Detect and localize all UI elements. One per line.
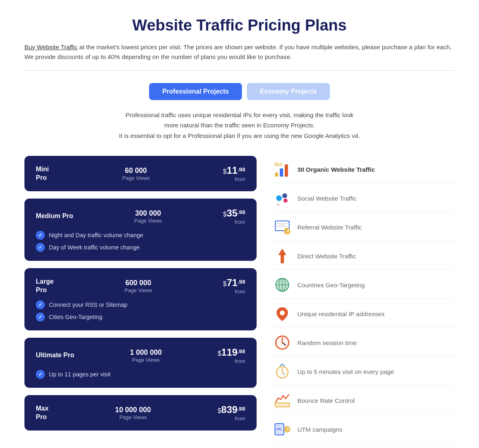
feature-row-bounce: Bounce Rate Control: [273, 387, 455, 414]
feature-label: Connect your RSS or Sitemap: [49, 302, 127, 308]
price-from: from: [223, 288, 245, 295]
plan-views: 1 000 000 Page Views: [130, 348, 162, 363]
plan-card-mini-pro[interactable]: MiniPro 60 000 Page Views $11.98 from: [24, 156, 257, 191]
price-from: from: [223, 219, 245, 225]
svg-rect-0: [275, 173, 278, 177]
plan-card-ultimate-pro[interactable]: Ultimate Pro 1 000 000 Page Views $119.9…: [24, 338, 257, 388]
feature-row-ip: Unique residential IP addresses: [273, 300, 455, 328]
tab-economy[interactable]: Economy Projects: [247, 83, 330, 100]
price-main: 11: [226, 165, 237, 176]
feature-text-geo: Countries Geo-Targeting: [297, 282, 365, 288]
svg-text:↗: ↗: [286, 228, 290, 234]
intro-text: Buy Website Traffic at the market's lowe…: [24, 42, 455, 62]
plan-feature-item: Cities Geo-Targeting: [36, 313, 245, 321]
feature-text-referral: Referral Website Traffic: [297, 224, 362, 231]
tab-group: Professional Projects Economy Projects: [24, 83, 455, 100]
plan-header: LargePro 600 000 Page Views $71.98 from: [36, 277, 245, 295]
feature-icon-geo: [273, 275, 292, 294]
plan-features-ultimate-pro: Up to 11 pages per visit: [36, 370, 245, 379]
svg-text:SEO: SEO: [274, 162, 283, 167]
feature-text-session: Random session time: [297, 339, 357, 346]
plan-feature-item: Connect your RSS or Sitemap: [36, 300, 245, 309]
plan-name: Ultimate Pro: [36, 351, 74, 360]
plan-feature-item: Night and Day traffic volume change: [36, 231, 245, 240]
svg-point-4: [276, 195, 282, 201]
svg-text:URL: URL: [276, 428, 282, 431]
svg-marker-15: [278, 249, 286, 263]
plan-features-large-pro: Connect your RSS or Sitemap Cities Geo-T…: [36, 300, 245, 321]
svg-point-26: [281, 342, 283, 343]
plan-card-medium-pro[interactable]: Medium Pro 300 000 Page Views $35.98 fro…: [24, 199, 257, 261]
plan-views: 60 000 Page Views: [122, 166, 149, 181]
feature-icon-organic: SEO: [273, 160, 292, 179]
views-number: 10 000 000: [115, 406, 151, 414]
feature-text-utm: UTM campaigns: [297, 426, 343, 433]
plan-price: $11.98 from: [223, 165, 245, 182]
feature-text-organic: 30 Organic Website Traffic: [297, 166, 375, 173]
feature-row-session: Random session time: [273, 329, 455, 356]
views-label: Page Views: [130, 357, 162, 363]
plan-views: 600 000 Page Views: [125, 279, 152, 293]
feature-row-geo: Countries Geo-Targeting: [273, 271, 455, 299]
feature-icon-bounce: [273, 391, 292, 410]
feature-label: Night and Day traffic volume change: [49, 232, 143, 238]
plan-name: MiniPro: [36, 165, 49, 182]
check-icon: [36, 370, 45, 379]
buy-traffic-link[interactable]: Buy Website Traffic: [24, 44, 77, 50]
plan-header: Medium Pro 300 000 Page Views $35.98 fro…: [36, 208, 245, 225]
check-icon: [36, 243, 45, 252]
tab-professional[interactable]: Professional Projects: [149, 83, 242, 100]
price-display: $71.98: [223, 280, 245, 287]
views-number: 1 000 000: [130, 348, 162, 357]
plan-views: 10 000 000 Page Views: [115, 406, 151, 420]
feature-label: Cities Geo-Targeting: [49, 314, 102, 320]
plan-card-max-pro[interactable]: MaxPro 10 000 000 Page Views $839.98 fro…: [24, 395, 257, 431]
feature-icon-session: [273, 333, 292, 352]
feature-icon-direct: [273, 247, 292, 265]
feature-text-visit: Up to 5 minutes visit on every page: [297, 368, 394, 375]
plan-name: MaxPro: [36, 404, 48, 422]
svg-point-21: [280, 310, 285, 315]
feature-text-ip: Unique residential IP addresses: [297, 310, 385, 317]
plan-views: 300 000 Page Views: [134, 209, 162, 224]
views-number: 60 000: [122, 166, 149, 175]
price-main: 35: [226, 208, 237, 219]
views-number: 300 000: [134, 209, 162, 218]
views-label: Page Views: [134, 218, 162, 224]
plan-feature-item: Up to 11 pages per visit: [36, 370, 245, 379]
views-label: Page Views: [122, 175, 149, 181]
feature-text-bounce: Bounce Rate Control: [297, 397, 355, 404]
main-content: MiniPro 60 000 Page Views $11.98 from Me…: [24, 156, 455, 448]
price-sup: .98: [237, 209, 245, 215]
plan-header: MiniPro 60 000 Page Views $11.98 from: [36, 165, 245, 182]
svg-rect-10: [277, 223, 288, 224]
plan-card-large-pro[interactable]: LargePro 600 000 Page Views $71.98 from …: [24, 268, 257, 330]
price-sup: .98: [237, 166, 245, 173]
plan-features-medium-pro: Night and Day traffic volume change Day …: [36, 231, 245, 252]
check-icon: [36, 313, 45, 321]
feature-row-cache: Minimize CPU load and bandwidth with cac…: [273, 445, 455, 448]
feature-label: Day of Week traffic volume change: [49, 244, 140, 251]
price-sup: .98: [237, 279, 245, 285]
feature-row-direct: Direct Website Traffic: [273, 243, 455, 270]
price-sup: .98: [237, 348, 245, 354]
price-main: 71: [226, 277, 237, 288]
plan-price: $71.98 from: [223, 277, 245, 295]
svg-point-6: [283, 199, 288, 203]
price-from: from: [223, 176, 245, 182]
feature-row-social: ▶ Social Website Traffic: [273, 185, 455, 212]
plan-name: LargePro: [36, 278, 54, 295]
check-icon: [36, 300, 45, 309]
plan-feature-item: Day of Week traffic volume change: [36, 243, 245, 252]
price-symbol: $: [218, 350, 221, 357]
svg-point-5: [282, 193, 287, 198]
svg-text:▶: ▶: [277, 203, 280, 206]
plan-header: MaxPro 10 000 000 Page Views $839.98 fro…: [36, 404, 245, 422]
svg-rect-11: [277, 225, 285, 225]
views-label: Page Views: [115, 414, 151, 420]
plan-price: $839.98 from: [218, 404, 245, 422]
views-label: Page Views: [125, 287, 152, 293]
price-symbol: $: [218, 407, 221, 414]
svg-rect-31: [275, 403, 290, 407]
svg-rect-1: [280, 168, 283, 177]
